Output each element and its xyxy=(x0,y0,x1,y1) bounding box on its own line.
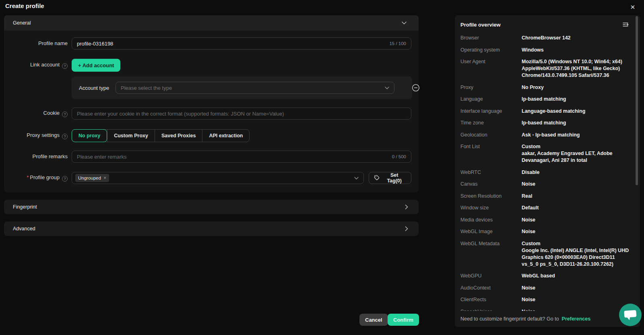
overview-row: ClientRects Noise xyxy=(460,296,631,303)
profile-name-input[interactable] xyxy=(77,41,385,47)
account-type-select[interactable]: Please select the type xyxy=(116,82,394,94)
add-account-button[interactable]: + Add account xyxy=(72,59,120,72)
overview-row: Font List Custom aakar, Academy Engraved… xyxy=(460,143,631,164)
create-profile-dialog: Create profile ✕ General Profile name 15… xyxy=(0,0,644,335)
group-tag-chip: Ungrouped ✕ xyxy=(75,174,109,182)
overview-row-label: Interface language xyxy=(460,108,522,115)
preferences-link[interactable]: Preferences xyxy=(562,316,591,322)
fingerprint-section-header[interactable]: Fingerprint xyxy=(4,200,419,214)
overview-row: Screen Resolution Real xyxy=(460,193,631,200)
chevron-right-icon xyxy=(405,226,408,231)
link-account-row: Link account? + Add account xyxy=(4,59,411,72)
set-tag-label: Set Tag(0) xyxy=(382,172,406,184)
help-icon[interactable]: ? xyxy=(62,63,68,69)
overview-row-label: Proxy xyxy=(460,84,522,91)
overview-row-value: Language-based matching xyxy=(522,108,631,115)
overview-row-value: ChromeBrowser 142 xyxy=(522,35,631,41)
proxy-type-segmented-control: No proxyCustom ProxySaved ProxiesAPI ext… xyxy=(72,129,250,142)
overview-row-label: Screen Resolution xyxy=(460,193,522,200)
proxy-type-option[interactable]: Custom Proxy xyxy=(107,130,155,142)
overview-row-value: Noise xyxy=(522,228,631,235)
overview-row-label: ClientRects xyxy=(460,296,522,303)
proxy-settings-label: Proxy settings xyxy=(27,132,60,138)
profile-remarks-counter: 0 / 500 xyxy=(392,154,406,159)
page-title: Create profile xyxy=(5,2,44,9)
profile-name-field: 15 / 100 xyxy=(72,37,411,50)
overview-row-label: WebRTC xyxy=(460,169,522,176)
overview-row-label: User Agent xyxy=(460,58,522,79)
collapse-panel-icon[interactable] xyxy=(622,22,629,29)
chevron-down-icon xyxy=(402,21,407,25)
cookie-input[interactable] xyxy=(77,111,406,117)
overview-row-value: Custom aakar, Academy Engraved LET, Adob… xyxy=(522,143,631,164)
overview-row-label: Font List xyxy=(460,143,522,164)
overview-row: Proxy No Proxy xyxy=(460,84,631,91)
general-section-header[interactable]: General xyxy=(4,15,419,31)
overview-row: Interface language Language-based matchi… xyxy=(460,108,631,115)
overview-row: AudioContext Noise xyxy=(460,285,631,292)
overview-row-value: Windows xyxy=(522,47,631,54)
overview-row-value: Disable xyxy=(522,169,631,176)
advanced-section-title: Advanced xyxy=(13,226,35,232)
link-account-label: Link account xyxy=(30,62,60,68)
overview-row-label: WebGL Image xyxy=(460,228,522,235)
tag-icon xyxy=(374,175,380,182)
overview-row-label: Media devices xyxy=(460,217,522,223)
overview-row-value: Custom Google Inc. (Intel) ANGLE (Intel,… xyxy=(522,240,631,268)
profile-name-label: Profile name xyxy=(4,40,68,47)
advanced-section-header[interactable]: Advanced xyxy=(4,221,419,236)
overview-row-label: Browser xyxy=(460,35,522,41)
profile-remarks-label: Profile remarks xyxy=(4,153,68,160)
overview-row-value: Real xyxy=(522,193,631,200)
profile-overview-panel: Profile overview Browser ChromeBrowser 1… xyxy=(455,15,640,327)
overview-footer-text: Need to customize fingerprint default? G… xyxy=(460,316,559,322)
general-section-title: General xyxy=(13,20,31,26)
overview-row-value: Ask - Ip-based matching xyxy=(522,132,631,139)
set-tag-button[interactable]: Set Tag(0) xyxy=(369,172,411,184)
overview-row-label: Language xyxy=(460,96,522,103)
help-icon[interactable]: ? xyxy=(62,134,68,139)
overview-row-label: Canvas xyxy=(460,181,522,188)
overview-row: WebGPU WebGL based xyxy=(460,273,631,279)
proxy-type-option[interactable]: Saved Proxies xyxy=(155,130,202,142)
overview-row-label: Time zone xyxy=(460,120,522,126)
overview-row-value: Ip-based matching xyxy=(522,120,631,126)
cookie-field xyxy=(72,108,411,120)
group-tag-label: Ungrouped xyxy=(78,176,101,180)
panel-scrollbar[interactable] xyxy=(636,16,638,185)
overview-row: Geolocation Ask - Ip-based matching xyxy=(460,132,631,139)
help-icon[interactable]: ? xyxy=(62,112,68,117)
profile-group-label: Profile group xyxy=(30,174,60,180)
proxy-type-option[interactable]: API extraction xyxy=(202,130,249,142)
overview-row-value: Noise xyxy=(522,217,631,223)
account-subpanel: Account type Please select the type xyxy=(72,77,412,99)
overview-row-value: Default xyxy=(522,205,631,211)
close-icon[interactable]: ✕ xyxy=(628,2,638,12)
profile-group-row: *Profile group? Ungrouped ✕ Set Tag(0) xyxy=(4,172,411,184)
cookie-row: Cookie? xyxy=(4,108,411,120)
overview-footer: Need to customize fingerprint default? G… xyxy=(455,311,640,327)
remove-tag-icon[interactable]: ✕ xyxy=(103,176,107,180)
overview-row-value: Mozilla/5.0 (Windows NT 10.0; Win64; x64… xyxy=(522,58,631,79)
overview-rows: Browser ChromeBrowser 142 Operating syst… xyxy=(460,35,631,311)
overview-row-label: Geolocation xyxy=(460,132,522,139)
confirm-button[interactable]: Confirm xyxy=(388,314,419,326)
overview-row: Media devices Noise xyxy=(460,217,631,223)
support-chat-icon[interactable] xyxy=(618,303,642,327)
cancel-button[interactable]: Cancel xyxy=(359,314,388,326)
overview-row-value: Noise xyxy=(522,285,631,292)
remove-account-icon[interactable] xyxy=(412,84,420,92)
profile-group-select[interactable]: Ungrouped ✕ xyxy=(72,172,364,184)
account-type-placeholder: Please select the type xyxy=(121,85,172,91)
chevron-right-icon xyxy=(405,205,408,209)
overview-row: Browser ChromeBrowser 142 xyxy=(460,35,631,41)
overview-row: Window size Default xyxy=(460,205,631,211)
account-type-label: Account type xyxy=(79,85,116,91)
overview-row: WebGL Image Noise xyxy=(460,228,631,235)
profile-remarks-input[interactable] xyxy=(77,154,388,160)
profile-overview-title: Profile overview xyxy=(460,22,501,28)
overview-row: Language Ip-based matching xyxy=(460,96,631,103)
proxy-type-option[interactable]: No proxy xyxy=(72,129,107,142)
fingerprint-section-title: Fingerprint xyxy=(13,204,37,210)
help-icon[interactable]: ? xyxy=(62,176,68,182)
